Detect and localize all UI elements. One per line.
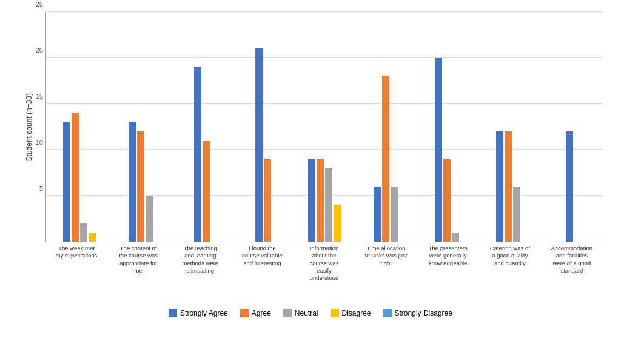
- bar-neutral-4: [325, 168, 332, 242]
- legend-label-neutral: Neutral: [295, 309, 318, 317]
- bar-group-3: [233, 12, 294, 242]
- legend-item-neutral: Neutral: [283, 309, 318, 317]
- x-label-6: The presenterswere generallyknowledgeabl…: [417, 245, 479, 282]
- gridline-25: [46, 11, 603, 12]
- x-label-7: Catering was ofa good qualityand quantit…: [479, 245, 541, 282]
- bar-group-8: [539, 12, 600, 242]
- legend-label-disagree: Disagree: [342, 309, 371, 317]
- legend-swatch-strongly_disagree: [383, 309, 392, 317]
- bar-agree-7: [505, 131, 512, 242]
- x-label-4: Informationabout thecourse waseasilyunde…: [293, 245, 355, 282]
- bar-group-0: [49, 12, 110, 242]
- bar-disagree-4: [334, 205, 341, 242]
- chart-area: Student count (n=30) 510152025 The week …: [12, 12, 609, 303]
- y-tick-15: 15: [22, 93, 43, 100]
- y-axis-label: Student count (n=30): [25, 93, 33, 161]
- bars-wrapper: [46, 12, 603, 242]
- bar-agree-6: [443, 159, 451, 242]
- y-tick-25: 25: [22, 1, 43, 8]
- legend-item-agree: Agree: [240, 309, 271, 317]
- x-label-1: The content ofthe course wasappropriate …: [107, 245, 169, 282]
- bar-agree-5: [382, 76, 389, 242]
- bar-neutral-5: [391, 187, 398, 242]
- bar-strongly_agree-4: [308, 159, 315, 242]
- bar-neutral-6: [452, 233, 459, 242]
- y-tick-20: 20: [22, 47, 43, 54]
- bar-disagree-0: [89, 233, 96, 242]
- legend-swatch-neutral: [283, 309, 292, 317]
- x-label-0: The week metmy expectations: [45, 245, 107, 282]
- legend-swatch-agree: [240, 309, 249, 317]
- legend-item-strongly_agree: Strongly Agree: [169, 309, 228, 317]
- legend-swatch-strongly_agree: [169, 309, 177, 317]
- chart-legend: Strongly AgreeAgreeNeutralDisagreeStrong…: [12, 309, 609, 317]
- bar-group-1: [110, 12, 172, 242]
- bar-agree-3: [264, 159, 271, 242]
- bar-strongly_agree-7: [496, 131, 503, 242]
- bar-group-5: [355, 12, 416, 242]
- bar-neutral-0: [80, 223, 87, 242]
- x-label-5: Time allocationto tasks was justright: [355, 245, 417, 282]
- bar-strongly_agree-6: [435, 58, 442, 242]
- bar-strongly_agree-3: [255, 48, 263, 242]
- bar-strongly_agree-1: [129, 122, 136, 242]
- bar-group-4: [294, 12, 355, 242]
- legend-item-disagree: Disagree: [331, 309, 371, 317]
- bar-agree-4: [317, 159, 324, 242]
- legend-label-strongly_agree: Strongly Agree: [180, 309, 228, 317]
- legend-item-strongly_disagree: Strongly Disagree: [383, 309, 452, 317]
- x-label-8: Accommodationand facilitieswere of a goo…: [541, 245, 603, 282]
- bar-agree-2: [203, 141, 210, 242]
- bar-group-7: [477, 12, 539, 242]
- y-tick-5: 5: [22, 185, 43, 192]
- legend-label-strongly_disagree: Strongly Disagree: [395, 309, 452, 317]
- x-label-2: The teachingand learningmethods werestim…: [169, 245, 231, 282]
- bar-agree-0: [72, 113, 79, 242]
- plot-area: 510152025: [45, 12, 603, 242]
- legend-label-agree: Agree: [252, 309, 271, 317]
- chart-container: Student count (n=30) 510152025 The week …: [0, 0, 621, 364]
- bar-group-2: [172, 12, 233, 242]
- x-labels-row: The week metmy expectationsThe content o…: [45, 245, 603, 282]
- bar-group-6: [416, 12, 477, 242]
- bar-strongly_agree-5: [374, 187, 381, 242]
- bar-strongly_agree-2: [194, 67, 201, 242]
- bar-neutral-1: [146, 196, 153, 242]
- y-tick-10: 10: [22, 139, 43, 146]
- legend-swatch-disagree: [331, 309, 339, 317]
- x-label-3: I found thecourse valuableand interestin…: [231, 245, 293, 282]
- bar-agree-1: [137, 131, 144, 242]
- bar-strongly_agree-8: [566, 131, 573, 242]
- bar-neutral-7: [513, 187, 520, 242]
- bar-strongly_agree-0: [63, 122, 70, 242]
